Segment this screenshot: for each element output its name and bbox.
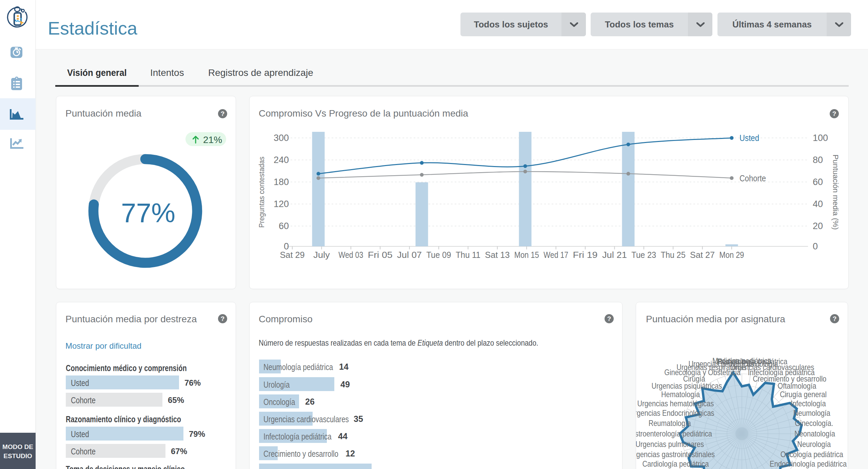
svg-text:Oftalmología: Oftalmología <box>778 381 817 390</box>
svg-text:Urgencias gastrointestinales: Urgencias gastrointestinales <box>636 450 715 459</box>
svg-text:Urgencias pulmonares: Urgencias pulmonares <box>636 440 704 449</box>
svg-text:Usted: Usted <box>739 133 759 143</box>
svg-text:60: 60 <box>279 221 289 231</box>
svg-text:Wed 03: Wed 03 <box>338 250 363 260</box>
svg-text:100: 100 <box>813 133 828 143</box>
svg-text:Jul 21: Jul 21 <box>602 250 627 260</box>
svg-text:Neurología: Neurología <box>797 440 831 449</box>
svg-text:120: 120 <box>274 199 289 209</box>
svg-text:Oncología pediátrica: Oncología pediátrica <box>781 450 844 459</box>
svg-text:Infectología: Infectología <box>791 399 826 408</box>
svg-text:Puntuación media (%): Puntuación media (%) <box>831 155 840 230</box>
svg-text:Sat 13: Sat 13 <box>485 250 510 260</box>
svg-text:300: 300 <box>274 133 289 143</box>
svg-text:Urgencias Endocrinológicas: Urgencias Endocrinológicas <box>636 408 714 417</box>
svg-text:Reumatología: Reumatología <box>649 419 691 428</box>
svg-text:Tue 23: Tue 23 <box>631 250 656 260</box>
svg-text:Thu 11: Thu 11 <box>456 250 480 260</box>
svg-text:Wed 17: Wed 17 <box>544 250 568 260</box>
svg-text:Gastroenterología pediátrica: Gastroenterología pediátrica <box>636 429 712 438</box>
svg-text:20: 20 <box>813 221 823 231</box>
svg-text:40: 40 <box>813 199 823 209</box>
svg-text:80: 80 <box>813 155 823 165</box>
svg-text:Hematología: Hematología <box>661 390 700 399</box>
svg-text:Sat 29: Sat 29 <box>280 250 305 260</box>
svg-text:Endocrinología pediátrica: Endocrinología pediátrica <box>770 459 847 468</box>
svg-text:Thu 25: Thu 25 <box>661 250 686 260</box>
svg-text:Jul 07: Jul 07 <box>397 250 422 260</box>
svg-text:Fri 05: Fri 05 <box>368 250 393 260</box>
svg-text:Urgencias psiquiátricas: Urgencias psiquiátricas <box>652 381 722 390</box>
svg-text:Urgencias hematológicas: Urgencias hematológicas <box>637 399 714 408</box>
svg-text:Neonatología: Neonatología <box>794 429 835 438</box>
svg-text:180: 180 <box>274 177 289 187</box>
svg-text:Ginecología.: Ginecología. <box>795 419 833 428</box>
svg-text:Cardiología pediátrica: Cardiología pediátrica <box>642 459 709 468</box>
svg-text:Mon 29: Mon 29 <box>719 250 744 260</box>
svg-text:60: 60 <box>813 177 823 187</box>
svg-text:Preguntas contestadas: Preguntas contestadas <box>257 157 266 228</box>
svg-text:Tue 09: Tue 09 <box>427 250 451 260</box>
svg-text:Cirugía general: Cirugía general <box>780 390 827 399</box>
svg-text:Sat 27: Sat 27 <box>690 250 715 260</box>
svg-text:0: 0 <box>813 241 818 251</box>
svg-text:Fri 19: Fri 19 <box>573 250 598 260</box>
svg-text:Cohorte: Cohorte <box>739 173 766 183</box>
svg-text:July: July <box>313 250 330 260</box>
svg-text:Neumología: Neumología <box>793 408 831 417</box>
svg-text:240: 240 <box>274 155 289 165</box>
svg-text:Mon 15: Mon 15 <box>514 250 539 260</box>
